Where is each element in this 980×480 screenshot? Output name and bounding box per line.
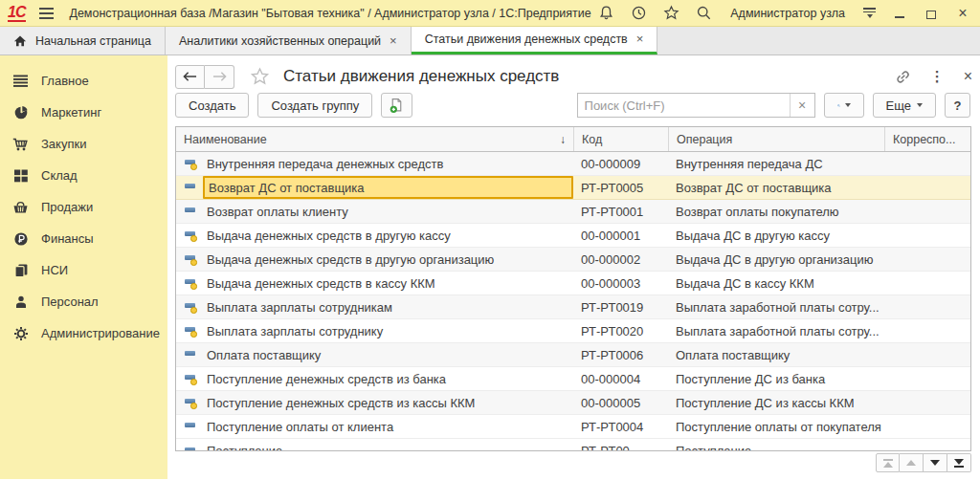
cell-correspondent[interactable] xyxy=(884,343,970,366)
cell-operation[interactable]: Выдача ДС в другую кассу xyxy=(668,224,884,247)
search-button[interactable] xyxy=(824,93,864,118)
table-row[interactable]: Оплата поставщикуРТ-РТ0006Оплата поставщ… xyxy=(176,343,970,367)
cell-correspondent[interactable] xyxy=(884,272,970,295)
cell-operation[interactable]: Поступление ДС из кассы ККМ xyxy=(668,391,884,414)
scroll-up-button[interactable] xyxy=(900,453,924,472)
cell-correspondent[interactable] xyxy=(884,176,970,199)
sidebar-item-finance[interactable]: Финансы xyxy=(0,223,167,254)
cell-code[interactable]: 00-000004 xyxy=(573,367,668,390)
window-maximize-button[interactable] xyxy=(924,6,939,21)
tab-analytics-operations[interactable]: Аналитики хозяйственных операций × xyxy=(166,27,412,55)
sidebar-item-nsi[interactable]: НСИ xyxy=(0,254,167,286)
cell-name[interactable]: Поступление оплаты от клиента xyxy=(203,415,573,438)
cell-correspondent[interactable] xyxy=(884,415,970,438)
cell-name[interactable]: Оплата поставщику xyxy=(203,343,573,366)
cell-name[interactable]: Выдача денежных средств в другую кассу xyxy=(203,224,573,247)
table-row[interactable]: Поступление денежных средств из банка00-… xyxy=(176,367,970,391)
cell-correspondent[interactable] xyxy=(884,391,970,414)
cell-correspondent[interactable] xyxy=(884,248,970,271)
cell-operation[interactable]: Возврат ДС от поставщика xyxy=(668,176,884,199)
panel-close-icon[interactable]: × xyxy=(964,71,972,82)
cell-correspondent[interactable] xyxy=(884,319,970,342)
cell-correspondent[interactable] xyxy=(884,200,970,223)
cell-code[interactable]: РТ-РТ0006 xyxy=(573,343,668,366)
table-row[interactable]: Выдача денежных средств в кассу ККМ00-00… xyxy=(176,272,970,295)
table-row[interactable]: Выдача денежных средств в другую кассу00… xyxy=(176,224,970,248)
get-link-icon[interactable] xyxy=(895,69,911,85)
tab-cash-flow-items[interactable]: Статьи движения денежных средств × xyxy=(412,27,658,55)
sidebar-item-main[interactable]: Главное xyxy=(0,65,167,97)
sidebar-item-personnel[interactable]: Персонал xyxy=(0,286,167,317)
back-button[interactable] xyxy=(175,65,205,89)
cell-code[interactable]: РТ-РТ0005 xyxy=(573,176,668,199)
window-close-button[interactable]: × xyxy=(955,6,970,21)
cell-code[interactable]: 00-000003 xyxy=(573,272,668,295)
notifications-bell-icon[interactable] xyxy=(598,5,614,21)
help-button[interactable]: ? xyxy=(945,93,970,118)
cell-correspondent[interactable] xyxy=(884,224,970,247)
table-row[interactable]: Внутренняя передача денежных средств00-0… xyxy=(176,152,970,176)
cell-name[interactable]: Выдача денежных средств в кассу ККМ xyxy=(203,272,573,295)
column-header-operation[interactable]: Операция xyxy=(668,127,884,151)
cell-operation[interactable]: Поступление оплаты от покупателя xyxy=(668,415,884,438)
tab-close-icon[interactable]: × xyxy=(636,34,644,44)
sidebar-item-administration[interactable]: Администрирование xyxy=(0,317,167,349)
cell-code[interactable]: РТ-РТ0019 xyxy=(573,295,668,318)
cell-operation[interactable]: Выплата заработной платы сотру... xyxy=(668,295,884,318)
cell-code[interactable]: 00-000009 xyxy=(573,152,668,175)
table-row[interactable]: Возврат оплаты клиентуРТ-РТ0001Возврат о… xyxy=(176,200,970,224)
cell-correspondent[interactable] xyxy=(884,152,970,175)
cell-correspondent[interactable] xyxy=(884,295,970,318)
table-row[interactable]: Выплата зарплаты сотрудникамРТ-РТ0019Вып… xyxy=(176,295,970,319)
cell-code[interactable]: РТ-РТ00 xyxy=(573,439,668,450)
cell-name[interactable]: Внутренняя передача денежных средств xyxy=(203,152,573,175)
history-icon[interactable] xyxy=(631,5,647,21)
more-actions-button[interactable]: Еще xyxy=(873,93,936,118)
cell-code[interactable]: РТ-РТ0004 xyxy=(573,415,668,438)
cell-operation[interactable]: Возврат оплаты покупателю xyxy=(668,200,884,223)
column-header-name[interactable]: Наименование ↓ xyxy=(176,127,573,151)
window-minimize-button[interactable] xyxy=(892,6,907,21)
cell-correspondent[interactable] xyxy=(884,439,970,450)
sidebar-item-marketing[interactable]: Маркетинг xyxy=(0,97,167,128)
cell-name[interactable]: Выплата зарплаты сотруднику xyxy=(203,319,573,342)
cell-operation[interactable]: Выплата заработной платы сотру... xyxy=(668,319,884,342)
search-input[interactable] xyxy=(578,94,790,117)
sidebar-item-sales[interactable]: Продажи xyxy=(0,191,167,223)
cell-operation[interactable]: Внутренняя передача ДС xyxy=(668,152,884,175)
cell-operation[interactable]: Поступление ДС из банка xyxy=(668,367,884,390)
global-search-icon[interactable] xyxy=(696,5,712,21)
cell-operation[interactable]: Поступление xyxy=(668,439,884,450)
cell-name[interactable]: Поступление денежных средств из банка xyxy=(203,367,573,390)
cell-code[interactable]: 00-000001 xyxy=(573,224,668,247)
add-to-favorites-star-icon[interactable] xyxy=(250,67,270,86)
table-row[interactable]: Поступление оплаты от клиентаРТ-РТ0004По… xyxy=(176,415,970,439)
scroll-to-end-button[interactable] xyxy=(947,453,971,472)
cell-name[interactable]: Поступление xyxy=(203,439,573,450)
table-row[interactable]: Выдача денежных средств в другую организ… xyxy=(176,248,970,272)
table-row[interactable]: Поступление денежных средств из кассы КК… xyxy=(176,391,970,415)
tab-home-page[interactable]: Начальная страница xyxy=(0,27,166,55)
sidebar-item-warehouse[interactable]: Склад xyxy=(0,160,167,191)
cell-code[interactable]: РТ-РТ0020 xyxy=(573,319,668,342)
table-row[interactable]: Выплата зарплаты сотрудникуРТ-РТ0020Выпл… xyxy=(176,319,970,343)
cell-name[interactable]: Возврат ДС от поставщика xyxy=(203,176,573,199)
cell-code[interactable]: 00-000005 xyxy=(573,391,668,414)
current-user-label[interactable]: Администратор узла xyxy=(730,7,845,20)
cell-name[interactable]: Возврат оплаты клиенту xyxy=(203,200,573,223)
forward-button[interactable] xyxy=(205,65,234,89)
main-menu-icon[interactable] xyxy=(39,8,54,19)
create-group-button[interactable]: Создать группу xyxy=(257,93,372,118)
search-clear-icon[interactable]: × xyxy=(790,94,814,117)
scroll-down-button[interactable] xyxy=(924,453,947,472)
cell-operation[interactable]: Выдача ДС в другую организацию xyxy=(668,248,884,271)
cell-code[interactable]: РТ-РТ0001 xyxy=(573,200,668,223)
cell-operation[interactable]: Выдача ДС в кассу ККМ xyxy=(668,272,884,295)
create-button[interactable]: Создать xyxy=(175,93,249,118)
more-menu-kebab-icon[interactable]: ⋮ xyxy=(930,71,945,82)
cell-code[interactable]: 00-000002 xyxy=(573,248,668,271)
create-by-copy-button[interactable] xyxy=(381,93,412,118)
favorites-star-icon[interactable] xyxy=(663,5,679,21)
column-header-correspondent[interactable]: Корреспо... xyxy=(884,127,970,151)
column-header-code[interactable]: Код xyxy=(573,127,668,151)
